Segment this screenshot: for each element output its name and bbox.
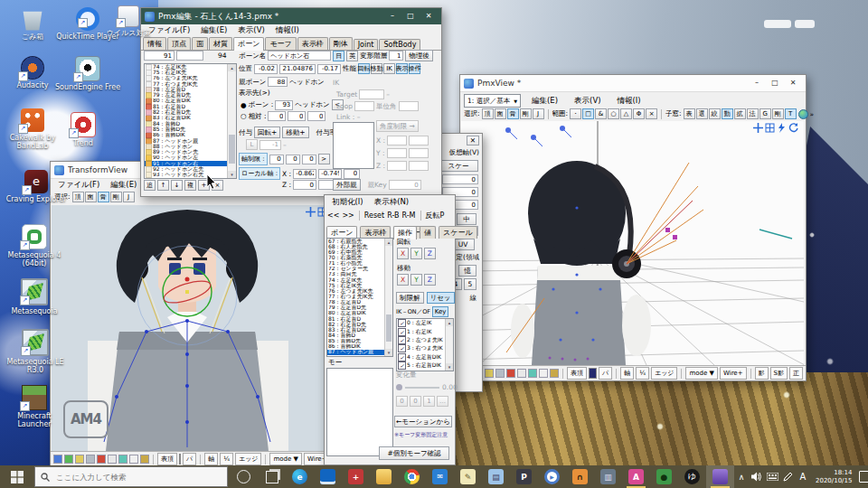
child-window-button[interactable]: G <box>760 108 771 119</box>
reset-bone-button[interactable]: R-B <box>387 211 399 220</box>
bone-list-edit-button[interactable]: 複 <box>184 180 196 191</box>
morph-preset-button[interactable]: 1 <box>423 396 435 407</box>
panel-list-scrollbar[interactable]: ▴▾ <box>384 239 392 356</box>
maximize-button[interactable]: □ <box>766 76 784 90</box>
ik-list-scrollbar[interactable]: ▴▾ <box>445 319 453 371</box>
taskbar-app-icon[interactable] <box>314 465 342 488</box>
memory-button[interactable]: 憶 <box>458 265 476 277</box>
bone-list[interactable]: 74 : 左足IK先75 : 右足IK先76 : 左つま先IK先77 : 右つま… <box>144 63 237 179</box>
show-vertex-toggle[interactable]: 表頂 <box>157 453 177 465</box>
position-z-field[interactable] <box>317 64 341 74</box>
child-window-button[interactable]: 絞 <box>709 108 721 119</box>
rotate-axis-button[interactable]: Z <box>424 248 436 259</box>
bone-search-field[interactable] <box>176 51 203 61</box>
toolbar-overflow-chevron[interactable]: » <box>810 110 815 118</box>
scale-button[interactable]: スケー <box>439 160 478 172</box>
preset-5-button[interactable]: 5 <box>464 278 476 290</box>
pen-icon[interactable] <box>780 465 795 488</box>
child-window-button[interactable]: 表 <box>684 108 695 119</box>
mode-dropdown[interactable]: mode ▼ <box>685 367 717 380</box>
desktop-icon-soundengine[interactable]: ↗ SoundEngine Free <box>56 56 119 91</box>
bone-list-edit-button[interactable]: ↑ <box>157 180 169 191</box>
perspective-toggle[interactable]: パ <box>599 367 612 380</box>
edge-toggle[interactable]: エッジ <box>651 367 678 380</box>
statusbar-icon[interactable] <box>539 369 548 378</box>
desktop-icon-antivirus[interactable]: ↗ ウイルス対策 <box>107 5 150 37</box>
bone-list-scrollbar[interactable]: ▴▾ <box>227 64 236 178</box>
statusbar-icon[interactable] <box>64 455 73 464</box>
select-mode-button[interactable]: 剛 <box>110 192 122 202</box>
unlock-limit-button[interactable]: 制限解 <box>396 292 424 304</box>
ik-loop-field[interactable] <box>354 101 374 111</box>
show-vertex-toggle[interactable]: 表頂 <box>567 367 587 380</box>
individual-morph-check-button[interactable]: #個別モーフ確認 <box>379 446 449 460</box>
ik-toggle-item[interactable]: ✓3 : 右つま先IK <box>397 344 446 352</box>
morph-preset-button[interactable]: 0 <box>410 396 421 407</box>
select-mode-button[interactable]: 面 <box>85 192 97 202</box>
taskbar-clock[interactable]: 18:14 2020/10/15 <box>811 469 856 484</box>
parent-bone-index-field[interactable] <box>268 77 288 87</box>
child-window-button[interactable]: 剛 <box>772 108 784 119</box>
move-icon[interactable] <box>306 207 316 217</box>
edit-mode-combobox[interactable]: 1: 選択／基本 ▼ <box>464 94 521 108</box>
close-button[interactable]: ✕ <box>420 9 438 23</box>
editor-tab[interactable]: 頂点 <box>167 37 191 50</box>
range-mode-button[interactable]: ・ <box>570 108 581 119</box>
menu-item[interactable]: 編集(E) <box>526 96 563 107</box>
taskbar-app-icon[interactable]: A <box>622 465 650 488</box>
maximize-button[interactable]: □ <box>401 9 420 23</box>
statusbar-icon[interactable] <box>528 369 537 378</box>
radio-bone-selected[interactable]: ● <box>241 101 247 109</box>
range-mode-button[interactable]: ○ <box>608 108 619 119</box>
local-z1-field[interactable] <box>293 180 316 190</box>
center-button[interactable]: 中 <box>457 213 476 225</box>
desktop-icon-cakewalk[interactable]: ↗ Cakewalk by BandLab <box>7 108 58 150</box>
pmx-view-titlebar[interactable]: PmxView * – □ ✕ <box>460 75 806 92</box>
ik-z-max-field[interactable] <box>409 161 429 171</box>
rotate-axis-button[interactable]: Y <box>410 248 422 259</box>
ik-x-min-field[interactable] <box>387 136 407 145</box>
taskbar-app-icon[interactable] <box>398 465 426 488</box>
transform-viewport-3d[interactable]: AM4 <box>52 205 356 451</box>
range-mode-button[interactable]: & <box>595 108 607 119</box>
menu-item[interactable]: 表示(V) <box>569 96 606 107</box>
menu-item[interactable]: 情報(I) <box>612 96 646 107</box>
axis-toggle[interactable]: 軸 <box>204 453 218 465</box>
menu-item[interactable]: 情報(I) <box>270 25 305 36</box>
front-toggle[interactable]: 正 <box>789 367 803 380</box>
editor-tab[interactable]: モーフ <box>265 37 296 50</box>
bone-flag-button[interactable]: IK <box>383 63 395 74</box>
axis-expand-button[interactable]: > <box>318 154 330 164</box>
bone-list-edit-button[interactable]: 追 <box>144 180 156 191</box>
taskbar-app-icon[interactable]: ▤ <box>482 465 510 488</box>
cortana-button[interactable] <box>230 465 258 488</box>
child-window-button[interactable]: 動 <box>722 108 733 119</box>
bone-flag-button[interactable]: 回転 <box>358 63 370 74</box>
move-all-icon[interactable] <box>765 123 775 133</box>
menu-item[interactable]: ファイル(F) <box>143 25 195 36</box>
touch-keyboard-icon[interactable] <box>765 465 779 488</box>
local-axis-label[interactable]: ローカル軸 : <box>239 167 280 180</box>
speaker-icon[interactable] <box>750 465 764 488</box>
edge-toggle[interactable]: エッジ <box>235 453 262 465</box>
select-mode-button[interactable]: 面 <box>495 108 506 119</box>
background-color-swatch[interactable] <box>589 368 597 379</box>
select-mode-button[interactable]: 頂 <box>72 192 84 202</box>
after-physics-button[interactable]: 物理後 <box>405 50 433 61</box>
ik-z-min-field[interactable] <box>387 161 407 171</box>
statusbar-icon[interactable] <box>75 455 84 464</box>
ik-y-min-field[interactable] <box>387 148 407 158</box>
child-window-button[interactable]: T <box>785 108 797 119</box>
bone-list-item[interactable]: 93 : ヘッドホン右先 <box>145 173 228 178</box>
statusbar-icon[interactable] <box>495 369 505 378</box>
tray-expand-icon[interactable]: ∧ <box>734 465 749 488</box>
pmx-viewport-3d[interactable] <box>461 121 804 365</box>
statusbar-icon[interactable] <box>550 369 559 378</box>
shadow-toggle[interactable]: 影 <box>755 367 769 380</box>
panel-tab[interactable]: 値 <box>420 226 436 239</box>
select-mode-button[interactable]: 頂 <box>482 108 494 119</box>
bone-list-edit-button[interactable]: ↓ <box>171 180 183 191</box>
taskbar-app-icon[interactable]: ✉ <box>426 465 454 488</box>
taskbar-app-icon[interactable]: ゆ <box>678 465 706 488</box>
local-x1-field[interactable] <box>293 169 316 179</box>
